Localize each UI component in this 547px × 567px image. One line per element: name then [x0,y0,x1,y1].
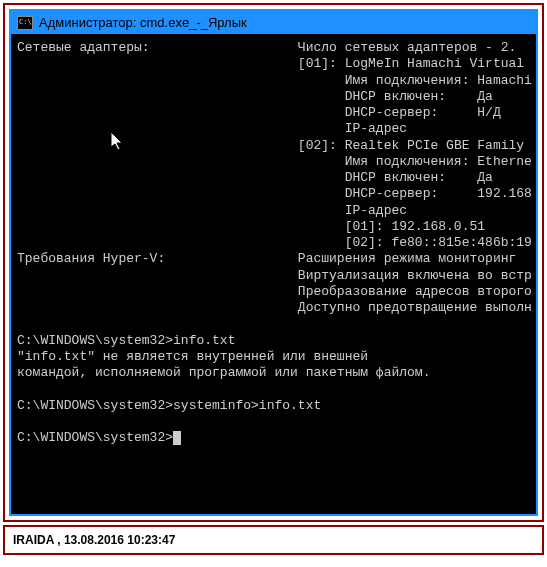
titlebar[interactable]: Администратор: cmd.exe_-_Ярлык [11,11,536,34]
window-title: Администратор: cmd.exe_-_Ярлык [39,15,247,30]
caption-footer: IRAIDA , 13.08.2016 10:23:47 [3,525,544,555]
cursor-caret [173,431,181,445]
cmd-window: Администратор: cmd.exe_-_Ярлык Сетевые а… [9,9,538,516]
terminal-text: Сетевые адаптеры: Число сетевых адаптеро… [17,40,532,446]
cmd-icon [17,16,33,30]
terminal-output[interactable]: Сетевые адаптеры: Число сетевых адаптеро… [11,34,536,514]
screenshot-frame: Администратор: cmd.exe_-_Ярлык Сетевые а… [3,3,544,522]
caption-text: IRAIDA , 13.08.2016 10:23:47 [13,533,175,547]
